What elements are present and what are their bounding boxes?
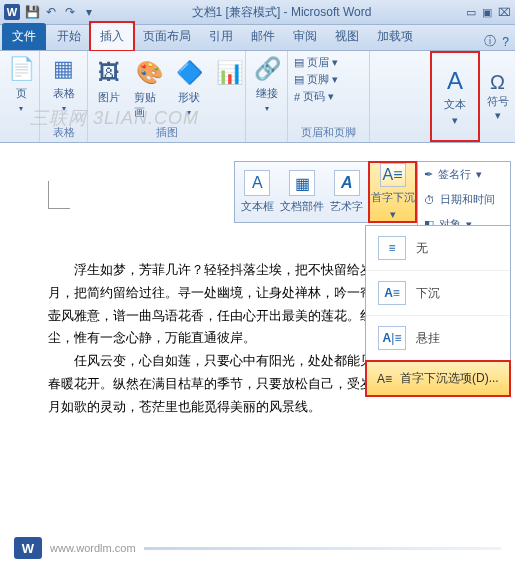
dropcap-dropped[interactable]: A≡下沉: [366, 271, 510, 316]
textbox-option[interactable]: A文本框: [235, 162, 280, 222]
dropcap-options[interactable]: A≡首字下沉选项(D)...: [365, 360, 511, 397]
dropcap-options-icon: A≡: [377, 372, 392, 386]
ribbon-tabs: 文件 开始 插入 页面布局 引用 邮件 审阅 视图 加载项 ⓘ ?: [0, 25, 515, 51]
help-icon[interactable]: ?: [502, 35, 509, 49]
tab-home[interactable]: 开始: [48, 23, 90, 50]
table-button[interactable]: ▦表格▾: [46, 55, 81, 113]
title-bar: W 💾 ↶ ↷ ▾ 文档1 [兼容模式] - Microsoft Word ▭ …: [0, 0, 515, 25]
shapes-button[interactable]: 🔷形状▾: [174, 59, 204, 117]
tab-mailings[interactable]: 邮件: [242, 23, 284, 50]
paragraph-2[interactable]: 任风云变，心自如莲，只要心中有阳光，处处都能见春暖花开。纵然在满目枯草的季节，只…: [48, 350, 378, 418]
clipart-button[interactable]: 🎨剪贴画: [134, 59, 164, 120]
chart-button[interactable]: 📊: [214, 59, 244, 87]
tab-references[interactable]: 引用: [200, 23, 242, 50]
wordart-option[interactable]: A艺术字: [325, 162, 370, 222]
text-icon: A: [447, 67, 463, 95]
ribbon-body: 📄页▾ ▦表格▾ 表格 🖼图片 🎨剪贴画 🔷形状▾ 📊 插图 🔗继接▾ ▤页眉 …: [0, 51, 515, 143]
dropcap-menu: ≡无 A≡下沉 A|≡悬挂 A≡首字下沉选项(D)...: [365, 225, 511, 397]
group-label-header: 页眉和页脚: [294, 125, 363, 140]
tab-addins[interactable]: 加载项: [368, 23, 422, 50]
tab-insert[interactable]: 插入: [90, 22, 134, 50]
group-label-illustrations: 插图: [94, 125, 239, 140]
link-button[interactable]: 🔗继接▾: [252, 55, 282, 113]
qat-dropdown-icon[interactable]: ▾: [81, 4, 97, 20]
highlight-box: [89, 21, 135, 52]
text-dropdown: A文本框 ▦文档部件 A艺术字 A≡首字下沉▾: [234, 161, 417, 223]
group-label-table: 表格: [46, 125, 81, 140]
symbol-button[interactable]: Ω 符号▾: [480, 51, 515, 142]
window-title: 文档1 [兼容模式] - Microsoft Word: [97, 4, 466, 21]
picture-button[interactable]: 🖼图片: [94, 59, 124, 105]
tab-view[interactable]: 视图: [326, 23, 368, 50]
page-corner: [48, 181, 70, 209]
save-icon[interactable]: 💾: [24, 4, 40, 20]
dropcap-option[interactable]: A≡首字下沉▾: [368, 161, 417, 223]
dropcap-margin[interactable]: A|≡悬挂: [366, 316, 510, 361]
text-group-button[interactable]: A 文本▾: [430, 51, 480, 142]
undo-icon[interactable]: ↶: [43, 4, 59, 20]
redo-icon[interactable]: ↷: [62, 4, 78, 20]
document-text[interactable]: 浮生如梦，芳菲几许？轻轻抖落尘埃，把不快留给岁月，把简约留给过往。寻一处幽境，让…: [48, 259, 378, 418]
footer-button[interactable]: ▤页脚 ▾: [294, 72, 363, 87]
signature-option[interactable]: ✒签名行 ▾: [418, 162, 510, 187]
footer-url: www.wordlm.com: [50, 542, 136, 554]
page-number-button[interactable]: #页码 ▾: [294, 89, 363, 104]
header-button[interactable]: ▤页眉 ▾: [294, 55, 363, 70]
footer: W www.wordlm.com: [14, 537, 501, 559]
footer-line: [144, 547, 501, 550]
dropcap-none[interactable]: ≡无: [366, 226, 510, 271]
datetime-option[interactable]: ⏱日期和时间: [418, 187, 510, 212]
maximize-button[interactable]: ▣: [482, 6, 492, 19]
minimize-ribbon-icon[interactable]: ⓘ: [484, 33, 496, 50]
cover-page-button[interactable]: 📄页▾: [6, 55, 36, 113]
word-icon: W: [4, 4, 20, 20]
footer-logo: W: [14, 537, 42, 559]
tab-file[interactable]: 文件: [2, 23, 46, 50]
quick-access-toolbar[interactable]: 💾 ↶ ↷ ▾: [24, 4, 97, 20]
minimize-button[interactable]: ▭: [466, 6, 476, 19]
quickparts-option[interactable]: ▦文档部件: [280, 162, 325, 222]
close-button[interactable]: ⌧: [498, 6, 511, 19]
tab-layout[interactable]: 页面布局: [134, 23, 200, 50]
paragraph-1[interactable]: 浮生如梦，芳菲几许？轻轻抖落尘埃，把不快留给岁月，把简约留给过往。寻一处幽境，让…: [48, 259, 378, 350]
tab-review[interactable]: 审阅: [284, 23, 326, 50]
